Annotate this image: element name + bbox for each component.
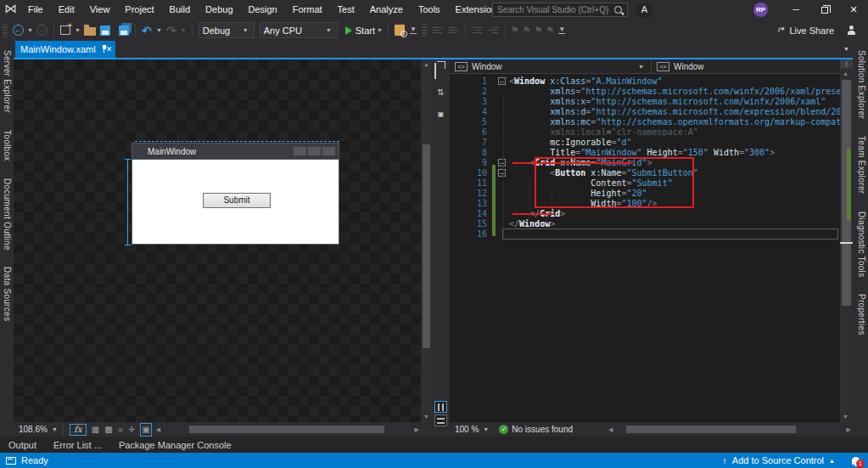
tool-tab-diagnostic-tools[interactable]: Diagnostic Tools xyxy=(857,202,866,285)
menu-edit[interactable]: Edit xyxy=(51,0,82,20)
tab-mainwindow-xaml[interactable]: MainWindow.xaml ✕ xyxy=(15,41,115,58)
menu-format[interactable]: Format xyxy=(285,0,330,20)
editor-horizontal-scrollbar[interactable] xyxy=(616,425,843,434)
live-share-button[interactable]: ↷ Live Share xyxy=(778,25,834,36)
save-button[interactable] xyxy=(98,22,113,39)
horizontal-split-button[interactable] xyxy=(434,414,447,426)
feedback-button[interactable] xyxy=(844,22,860,39)
tab-close-icon[interactable]: ✕ xyxy=(106,45,113,54)
toolbar-overflow-button[interactable]: ▼ xyxy=(410,26,417,34)
fold-collapse-icon-line-10[interactable]: – xyxy=(498,169,506,177)
navigate-forward-button[interactable]: → xyxy=(35,22,50,39)
toolbar-grip[interactable] xyxy=(3,24,8,37)
menu-design[interactable]: Design xyxy=(241,0,285,20)
start-debug-button[interactable]: Start ▼ xyxy=(345,22,384,39)
menu-build[interactable]: Build xyxy=(162,0,198,20)
fold-collapse-icon-line-9[interactable]: – xyxy=(498,159,506,166)
undo-button[interactable]: ↶ xyxy=(139,22,154,39)
collapse-pane-icon[interactable]: ▣ xyxy=(434,109,447,121)
fold-collapse-icon-line-1[interactable]: – xyxy=(498,77,506,85)
next-bookmark-icon[interactable]: ⚑ xyxy=(535,25,543,36)
menu-test[interactable]: Test xyxy=(330,0,362,20)
editor-scroll-right-icon[interactable]: ▶ xyxy=(845,426,853,433)
scroll-up-icon[interactable]: ▲ xyxy=(421,59,432,70)
tool-tab-properties[interactable]: Properties xyxy=(857,285,866,343)
tool-tab-server-explorer[interactable]: Server Explorer xyxy=(3,41,12,121)
document-list-caret[interactable]: ▼ xyxy=(843,46,849,52)
show-grid-icon[interactable]: ▦ xyxy=(92,424,99,436)
tool-tab-solution-explorer[interactable]: Solution Explorer xyxy=(857,41,866,127)
breadcrumb-left-dropdown[interactable]: <> Window ▼ xyxy=(450,59,652,73)
avatar[interactable]: RP xyxy=(753,3,768,17)
designer-code-splitter[interactable]: ⇅ ▣ xyxy=(432,59,450,437)
configuration-dropdown[interactable]: Debug ▼ xyxy=(199,22,255,38)
tool-tab-data-sources[interactable]: Data Sources xyxy=(3,257,12,329)
vertical-swap-icon[interactable]: ⇅ xyxy=(434,87,447,99)
editor-hscroll-thumb[interactable] xyxy=(626,426,796,433)
issues-status[interactable]: No issues found xyxy=(512,425,573,434)
snap-grid-icon[interactable]: ▩ xyxy=(104,424,112,436)
scroll-down-icon[interactable]: ▼ xyxy=(421,412,432,422)
sync-selection-icon[interactable]: ▣ xyxy=(140,423,151,437)
snaplines-icon[interactable]: ✛ xyxy=(128,424,135,436)
search-box[interactable]: Search Visual Studio (Ctrl+Q) xyxy=(492,3,628,17)
notifications-bell-icon[interactable]: 1 xyxy=(852,457,860,465)
designer-horizontal-scrollbar[interactable] xyxy=(164,425,412,434)
close-button[interactable]: ✕ xyxy=(839,0,868,20)
clear-bookmarks-icon[interactable]: ⚑ xyxy=(546,25,554,36)
comment-icon[interactable] xyxy=(432,25,443,36)
menu-tools[interactable]: Tools xyxy=(411,0,448,20)
indent-icon[interactable] xyxy=(472,25,483,36)
tool-tab-document-outline[interactable]: Document Outline xyxy=(3,169,12,258)
vertical-split-button[interactable] xyxy=(434,401,447,413)
designer-hscroll-thumb[interactable] xyxy=(189,426,384,433)
editor-vertical-scrollbar[interactable]: ↕ ▲ ▼ xyxy=(840,59,853,422)
code-line-3[interactable]: xmlns:x="http://schemas.microsoft.com/wi… xyxy=(509,97,853,107)
redo-dropdown-caret[interactable]: ▼ xyxy=(179,27,188,33)
panel-tab-error-list[interactable]: Error List ... xyxy=(45,440,110,450)
uncomment-icon[interactable] xyxy=(448,25,459,36)
bookmark-icon[interactable]: ⚑ xyxy=(511,25,519,36)
new-project-button[interactable] xyxy=(58,22,73,39)
menu-file[interactable]: File xyxy=(20,0,51,20)
breadcrumb-right-dropdown[interactable]: <> Window ▼ xyxy=(652,59,853,73)
ruler-icon[interactable]: ■ xyxy=(118,424,123,436)
toolbar-grip-2[interactable] xyxy=(422,24,427,37)
scroll-up-icon[interactable]: ▲ xyxy=(840,69,851,79)
navigate-back-button[interactable]: ← xyxy=(10,22,25,39)
effects-toggle-button[interactable]: fx xyxy=(70,424,87,436)
tool-tab-toolbox[interactable]: Toolbox xyxy=(3,121,12,169)
code-line-5[interactable]: xmlns:mc="http://schemas.openxmlformats.… xyxy=(509,117,853,127)
redo-button[interactable]: ↷ xyxy=(164,22,179,39)
source-control-caret[interactable]: ▲ xyxy=(829,458,835,464)
back-dropdown-caret[interactable]: ▼ xyxy=(25,27,35,33)
code-line-1[interactable]: <Window x:Class="A.MainWindow" xyxy=(509,76,853,87)
previous-bookmark-icon[interactable]: ⚑ xyxy=(523,25,531,36)
editor-zoom-value[interactable]: 100 % xyxy=(450,425,481,434)
menu-debug[interactable]: Debug xyxy=(198,0,240,20)
code-line-7[interactable]: mc:Ignorable="d" xyxy=(509,138,853,148)
preview-submit-button[interactable]: Submit xyxy=(203,193,271,208)
panel-tab-package-manager-console[interactable]: Package Manager Console xyxy=(110,440,240,450)
designer-scroll-right-icon[interactable]: ▶ xyxy=(413,426,421,433)
designer-zoom-caret[interactable]: ▼ xyxy=(50,426,59,432)
platform-dropdown[interactable]: Any CPU ▼ xyxy=(260,22,338,38)
new-project-dropdown-caret[interactable]: ▼ xyxy=(73,27,82,33)
xaml-designer-surface[interactable]: MainWindow Submit xyxy=(14,59,421,422)
minimize-button[interactable]: ─ xyxy=(781,0,810,20)
editor-scroll-left-icon[interactable]: ◀ xyxy=(607,426,614,433)
menu-analyze[interactable]: Analyze xyxy=(362,0,411,20)
menu-project[interactable]: Project xyxy=(117,0,161,20)
tool-tab-team-explorer[interactable]: Team Explorer xyxy=(857,127,866,201)
swap-panes-icon[interactable] xyxy=(434,64,436,79)
code-line-4[interactable]: xmlns:d="http://schemas.microsoft.com/ex… xyxy=(509,107,853,117)
designer-zoom-value[interactable]: 108.6% xyxy=(14,425,50,434)
code-line-2[interactable]: xmlns="http://schemas.microsoft.com/winf… xyxy=(509,87,853,97)
code-line-14[interactable]: </Grid> xyxy=(509,209,853,219)
menu-view[interactable]: View xyxy=(82,0,118,20)
designer-scroll-left-icon[interactable]: ◀ xyxy=(154,426,162,433)
editor-zoom-caret[interactable]: ▼ xyxy=(481,426,490,432)
code-line-6[interactable]: xmlns:local="clr-namespace:A" xyxy=(509,127,853,138)
scroll-down-icon[interactable]: ▼ xyxy=(840,412,851,422)
find-in-files-button[interactable] xyxy=(392,22,407,39)
